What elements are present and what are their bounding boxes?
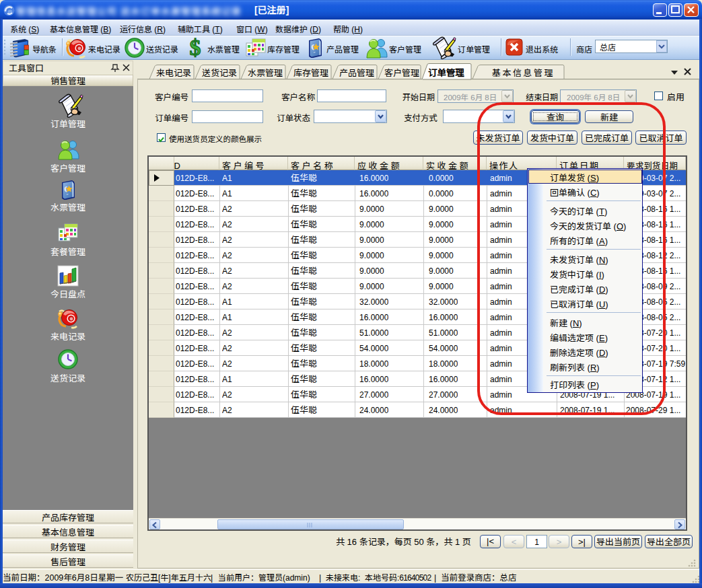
svg-text:$: $ [189, 36, 201, 59]
